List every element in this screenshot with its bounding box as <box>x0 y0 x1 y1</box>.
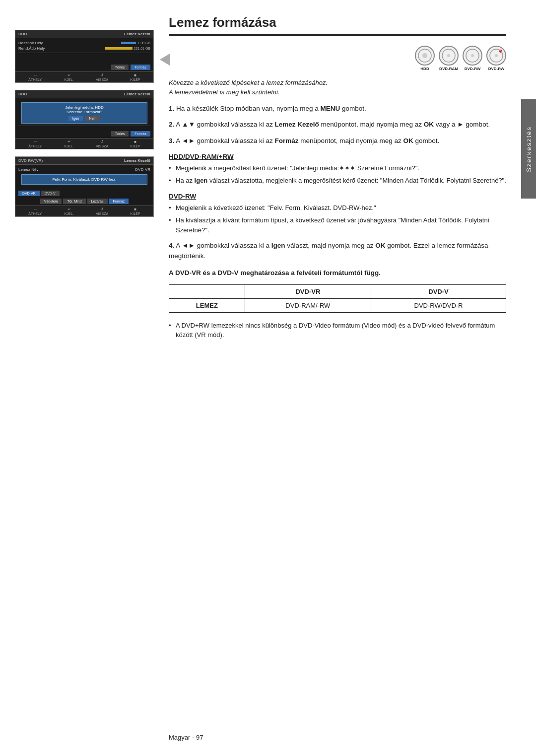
step2-bold2: OK <box>424 121 434 128</box>
screen1-title-left: HDD <box>18 32 27 36</box>
screen2-dialog: Jelenlegi média: HDD Szeretné Formázni? … <box>21 102 147 124</box>
table-row-1: LEMEZ DVD-RAM/-RW DVD-RW/DVD-R <box>169 298 506 312</box>
dialog-buttons: Igen Nem <box>24 116 144 121</box>
footer3-label-2: KJEL. <box>65 212 74 215</box>
screen3-tormin-btn[interactable]: Tör. Mind <box>63 199 85 204</box>
hdd-disc-label: HDD <box>420 67 429 71</box>
hdd-section-heading: HDD/DVD-RAM/+RW <box>169 153 506 160</box>
step3-bold2: OK <box>403 137 413 144</box>
arrow-icon-3: ↺ <box>100 73 104 77</box>
dvdrw-bullet-2: Ha kiválasztja a kívánt formátum típust,… <box>169 215 506 235</box>
footer2-item-1: ↔ ÁTHELY. <box>28 139 42 148</box>
arrow2-icon-4: ■ <box>134 139 136 144</box>
arrow-icon-1: ↔ <box>33 73 37 77</box>
intro-line1: Kövezze a következő lépéseket a lemez fo… <box>169 79 506 86</box>
arrow-icon-4: ■ <box>134 73 136 77</box>
dvdrw-section-heading: DVD-RW <box>169 193 506 200</box>
step4-bold2: OK <box>375 242 385 249</box>
row1-label: Használt Hely <box>18 41 43 45</box>
screen3-header: DVD-RW(VR) Lemez Kezelő <box>15 157 153 165</box>
icons-row: HDD DVD-RAM DVD-RW <box>169 46 506 71</box>
vertical-sidebar: Szerkesztés <box>521 99 536 199</box>
dialog-no-btn[interactable]: Nem <box>85 116 100 121</box>
screen-mock-1: HDD Lemez Kezelő Használt Hely 1.98 GB R… <box>15 30 154 83</box>
screen2-header: HDD Lemez Kezelő <box>15 90 153 98</box>
screen1-footer: ↔ ÁTHELY. ↵ KJEL. ↺ VISSZA ■ KILÉP <box>15 71 153 82</box>
tab-dvd-v[interactable]: DVD-V <box>41 191 60 196</box>
tab-dvd-vr[interactable]: DVD-VR <box>18 191 40 196</box>
svg-point-8 <box>495 54 498 57</box>
arrow-icon-2: ↵ <box>67 73 71 77</box>
hdd-bullet-1: Megjelenik a megerősítést kérő üzenet: "… <box>169 163 506 173</box>
footer3-label-3: VISSZA <box>96 212 108 215</box>
footer-note-bullet: A DVD+RW lemezekkel nincs különbség a DV… <box>169 321 506 340</box>
arrow2-icon-1: ↔ <box>33 139 37 144</box>
screen1-delete-btn[interactable]: Törlés <box>111 65 129 70</box>
hdd-bullet-list: Megjelenik a megerősítést kérő üzenet: "… <box>169 163 506 186</box>
footer3-label-4: KILÉP <box>131 212 140 215</box>
footer2-label-3: VISSZA <box>96 144 108 148</box>
footer3-label-1: ÁTHELY. <box>28 212 42 215</box>
format-table: DVD-VR DVD-V LEMEZ DVD-RAM/-RW DVD-RW/DV… <box>169 284 506 313</box>
footer-note-list: A DVD+RW lemezekkel nincs különbség a DV… <box>169 321 506 340</box>
screen2-footer: ↔ ÁTHELY. ↵ KJEL. ↺ VISSZA ■ KILÉP <box>15 138 153 149</box>
footer-item-3: ↺ VISSZA <box>96 73 108 81</box>
screen3-footer: ↔ ÁTHELY. ↵ KJEL. ↺ VISSZA ■ KILÉP <box>15 206 153 216</box>
screen1-format-btn[interactable]: Formáz <box>131 65 150 70</box>
sidebar-label: Szerkesztés <box>525 126 533 172</box>
step4-bold1: Igen <box>271 242 285 249</box>
svg-point-2 <box>423 54 426 57</box>
dialog-text: Szeretné Formázni? <box>24 110 144 114</box>
step-4: 4. A ◄► gombokkal válassza ki a Igen vál… <box>169 241 506 261</box>
footer3-item-4: ■ KILÉP <box>131 207 140 215</box>
bar-container-2: 231.01 GB <box>105 47 150 50</box>
screen3-dialog-text: Felv. Form. Kiválaszt. DVD-RW-hez. <box>24 177 144 182</box>
screen2-title-right: Lemez Kezelő <box>124 92 150 96</box>
screen1-header: HDD Lemez Kezelő <box>15 30 153 38</box>
intro-block: Kövezze a következő lépéseket a lemez fo… <box>169 79 506 96</box>
footer-label-4: KILÉP <box>131 78 140 81</box>
step4-num: 4. <box>169 242 174 249</box>
screen-mock-3: DVD-RW(VR) Lemez Kezelő Lemez Név DVD-VR… <box>15 156 154 217</box>
step-1: 1. Ha a készülék Stop módban van, nyomja… <box>169 104 506 114</box>
footer-item-4: ■ KILÉP <box>131 73 140 81</box>
screen2-delete-btn[interactable]: Törlés <box>111 131 129 137</box>
footer-label-3: VISSZA <box>96 78 108 81</box>
dvd-ram-disc-label: DVD-RAM <box>439 67 458 71</box>
screen3-lezaras-btn[interactable]: Lezárás <box>87 199 108 204</box>
step3-num: 3. <box>169 137 174 144</box>
screen3-protection-btn[interactable]: Védelem <box>40 199 62 204</box>
bar-used <box>121 42 136 44</box>
arrow3-icon-4: ■ <box>134 207 136 211</box>
hdd-label-1: HDD <box>18 32 27 36</box>
screen3-dialog: Felv. Form. Kiválaszt. DVD-RW-hez. <box>21 174 147 185</box>
arrow2-icon-3: ↺ <box>100 139 104 144</box>
bar-val1: 1.98 GB <box>137 41 150 45</box>
screen1-row2: Rend.Átlo Hely 231.01 GB <box>18 46 150 51</box>
screen1-body: Használt Hely 1.98 GB Rend.Átlo Hely 231… <box>15 38 153 63</box>
footer2-item-2: ↵ KJEL. <box>65 139 74 148</box>
footer2-label-4: KILÉP <box>131 144 140 148</box>
dialog-yes-btn[interactable]: Igen <box>68 116 83 121</box>
screen3-row1-val: DVD-VR <box>135 167 150 172</box>
bar-val2: 231.01 GB <box>134 47 150 50</box>
screen2-format-btn[interactable]: Formáz <box>131 131 150 137</box>
table-cell-dvd-rw-dvd-r: DVD-RW/DVD-R <box>371 298 506 312</box>
step1-bold: MENU <box>320 105 340 112</box>
dvd-vr-note-bold: A DVD-VR és a DVD-V meghatározása a felv… <box>169 269 381 276</box>
svg-marker-0 <box>160 54 170 66</box>
arrow3-icon-2: ↵ <box>67 207 71 211</box>
left-panel: HDD Lemez Kezelő Használt Hely 1.98 GB R… <box>15 30 154 224</box>
screen3-format-btn[interactable]: Formáz <box>109 199 129 204</box>
table-cell-dvd-ram-rw: DVD-RAM/-RW <box>245 298 371 312</box>
screen1-title-right: Lemez Kezelő <box>124 32 150 36</box>
hdd-disc-icon: HDD <box>415 46 435 71</box>
footer-item-2: ↵ KJEL. <box>65 73 74 81</box>
screen1-buttons: Törlés Formáz <box>15 63 153 71</box>
table-cell-lemez: LEMEZ <box>169 298 245 312</box>
dialog-title: Jelenlegi média: HDD <box>24 105 144 110</box>
screen3-row1: Lemez Név DVD-VR <box>18 167 150 172</box>
main-content: Lemez formázása HDD DVD-RAM <box>169 15 511 346</box>
step-2: 2. A ▲▼ gombokkal válassza ki az Lemez K… <box>169 120 506 130</box>
hdd-label-2: HDD <box>18 92 27 96</box>
